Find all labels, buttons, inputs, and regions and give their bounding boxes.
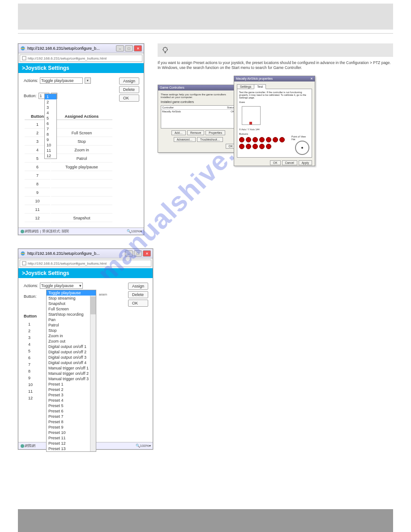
advanced-button[interactable]: Advanced… (174, 137, 196, 142)
scrollbar[interactable] (90, 296, 96, 451)
button-indicator (266, 144, 271, 149)
list-item[interactable]: 11 (45, 148, 56, 153)
list-item[interactable]: Stop streaming (47, 296, 96, 301)
chevron-down-icon[interactable]: ▾ (85, 77, 91, 84)
list-item[interactable]: Preset 2 (47, 387, 96, 392)
list-item[interactable]: 2 (45, 99, 56, 105)
list-item[interactable]: 9 (45, 137, 56, 142)
delete-button[interactable]: Delete (128, 291, 148, 298)
panel-title: >Joystick Settings (18, 268, 153, 278)
zoom-icon: 🔍 (136, 444, 140, 448)
list-item[interactable]: Full Screen (47, 306, 96, 312)
list-item[interactable]: 6 (45, 121, 56, 126)
minimize-button[interactable]: – (116, 45, 124, 51)
actions-dropdown-open[interactable]: Toggle play/pause Stop streaming Snapsho… (46, 290, 96, 452)
assign-button[interactable]: Assign (128, 283, 148, 290)
dialog-title: Macally AirStick properties✕ (234, 76, 315, 82)
list-item[interactable]: 7 (45, 126, 56, 132)
list-item[interactable]: Zoom in (47, 333, 96, 339)
list-item[interactable]: Snapshot (47, 301, 96, 306)
add-button[interactable]: Add… (171, 130, 186, 135)
button-number-dropdown[interactable]: 1 2 3 4 5 6 7 8 9 10 11 (44, 94, 57, 159)
list-item[interactable]: 8 (45, 132, 56, 137)
list-item[interactable]: Preset 8 (47, 419, 96, 425)
list-item[interactable]: Preset 7 (47, 414, 96, 419)
list-item[interactable]: Preset 13 (47, 446, 96, 451)
ok-button[interactable]: OK (119, 94, 139, 102)
address-bar[interactable]: http://192.168.6.231/setup/configure_but… (20, 260, 151, 267)
button-numbers: 123456789101112 (28, 321, 33, 402)
list-item[interactable]: Digital output on/off 1 (47, 344, 96, 349)
list-item[interactable]: Preset 4 (47, 398, 96, 403)
list-item[interactable]: Toggle play/pause (47, 290, 96, 296)
table-row: 2Full Screen (25, 129, 112, 137)
actions-select[interactable]: Toggle play/pause ▾ (40, 283, 83, 289)
list-item[interactable]: Digital output on/off 3 (47, 355, 96, 360)
list-item[interactable]: Stop (47, 328, 96, 333)
zoom-value: 100% (140, 444, 149, 448)
close-button[interactable]: ✕ (143, 250, 151, 257)
list-item[interactable]: Manual trigger on/off 3 (47, 376, 96, 382)
list-item[interactable]: Zoom out (47, 339, 96, 344)
remove-button[interactable]: Remove (187, 130, 204, 135)
list-item[interactable]: Macally AirStick OK (161, 110, 235, 113)
delete-button[interactable]: Delete (119, 86, 139, 93)
list-item[interactable]: Manual trigger on/off 1 (47, 365, 96, 371)
actions-label: Actions: (24, 283, 38, 288)
list-item[interactable]: Preset 10 (47, 430, 96, 435)
tip-text: If you want to assign Preset actions to … (158, 60, 393, 70)
maximize-button[interactable]: □ (134, 250, 142, 257)
svg-point-2 (21, 230, 24, 233)
list-item[interactable]: 10 (45, 142, 56, 148)
footer-placeholder (18, 509, 393, 532)
list-item[interactable]: Preset 3 (47, 392, 96, 398)
list-item[interactable]: Patrol (47, 322, 96, 328)
dialog-title: Game Controllers✕ (158, 85, 239, 90)
list-item[interactable]: Start/stop recording (47, 312, 96, 317)
svg-point-6 (21, 444, 24, 448)
button-indicator (259, 137, 265, 142)
cancel-button[interactable]: Cancel (282, 160, 297, 165)
apply-button[interactable]: Apply (299, 160, 312, 165)
close-button[interactable]: ✕ (134, 45, 142, 51)
zoom-icon: 🔍 (127, 229, 131, 233)
header-placeholder (18, 4, 393, 30)
game-controller-dialogs: Game Controllers✕ These settings help yo… (158, 76, 317, 165)
svg-rect-5 (22, 262, 26, 265)
list-item[interactable]: Preset 5 (47, 403, 96, 408)
ok-button[interactable]: OK (128, 300, 148, 307)
list-item[interactable]: Preset 9 (47, 425, 96, 430)
assign-button[interactable]: Assign (119, 77, 139, 85)
globe-icon (20, 444, 25, 448)
chevron-down-icon[interactable]: ▾ (140, 229, 142, 233)
minimize-button[interactable]: – (125, 250, 133, 257)
list-item[interactable]: 5 (45, 116, 56, 121)
list-item[interactable]: Digital output on/off 2 (47, 349, 96, 355)
list-item[interactable]: Pan (47, 317, 96, 322)
list-item[interactable]: Preset 11 (47, 435, 96, 441)
maximize-button[interactable]: □ (125, 45, 133, 51)
url-text: http://192.168.6.231/setup/configure_but… (28, 56, 107, 60)
tab-settings[interactable]: Settings (237, 84, 254, 89)
list-item[interactable]: Preset 12 (47, 441, 96, 446)
address-bar[interactable]: http://192.168.6.231/setup/configure_but… (20, 55, 142, 62)
chevron-down-icon[interactable]: ▾ (149, 444, 151, 448)
list-item[interactable]: Manual trigger on/off 2 (47, 371, 96, 376)
list-item[interactable]: 1 (45, 94, 56, 99)
list-item[interactable]: Digital output on/off 4 (47, 360, 96, 365)
close-icon[interactable]: ✕ (310, 77, 313, 81)
ie-icon (20, 46, 26, 51)
list-item[interactable]: Preset 6 (47, 408, 96, 414)
list-item[interactable]: 4 (45, 110, 56, 116)
button-indicator (253, 144, 258, 149)
troubleshoot-button[interactable]: Troubleshoot… (197, 137, 223, 142)
actions-select[interactable]: Toggle play/pause (40, 77, 83, 84)
list-item[interactable]: 12 (45, 153, 56, 159)
list-item[interactable]: 3 (45, 105, 56, 110)
list-item[interactable]: Preset 1 (47, 382, 96, 387)
tab-test[interactable]: Test (254, 84, 266, 89)
properties-button[interactable]: Properties (206, 130, 225, 135)
globe-icon (20, 229, 25, 234)
controllers-list[interactable]: ControllerStatus Macally AirStick OK (161, 105, 236, 129)
ok-button[interactable]: OK (270, 160, 280, 165)
